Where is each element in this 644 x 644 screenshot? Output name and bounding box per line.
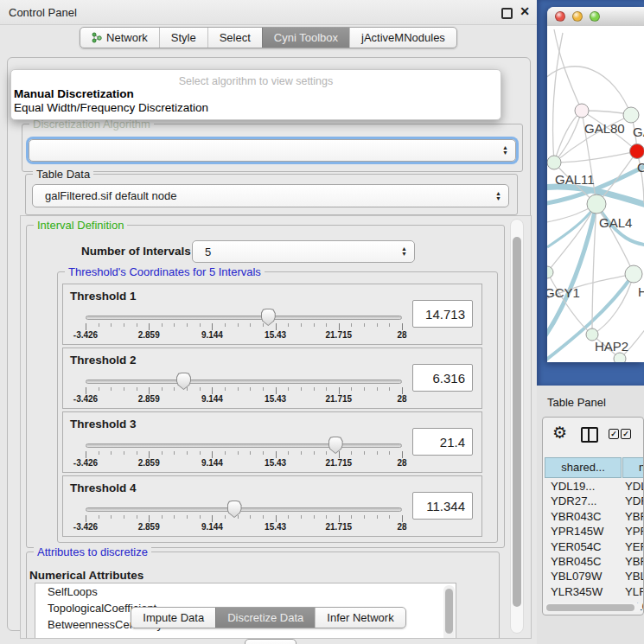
tab-network[interactable]: Network (80, 28, 159, 48)
network-node-gcy1[interactable] (547, 266, 553, 278)
algorithm-combo[interactable]: ▲▼ (29, 139, 516, 162)
scrollbar-thumb[interactable] (513, 237, 521, 607)
checkbox-icon[interactable]: ✓ (609, 429, 619, 439)
network-edge[interactable] (547, 204, 596, 341)
slider-track[interactable] (86, 379, 402, 384)
cell-name: YDR2 (625, 494, 644, 507)
cell-name: YER0 (625, 540, 644, 553)
threshold-value-field[interactable]: 21.4 (412, 428, 473, 456)
tab-impute-data[interactable]: Impute Data (131, 608, 215, 628)
slider-tick-labels: -3.4262.8599.14415.4321.71528 (86, 522, 402, 532)
column-header-shared-name[interactable]: shared... (545, 457, 622, 478)
slider-ticks (86, 387, 402, 394)
network-view-window: GAL80GACGAL11GAL4GCY1HHAP2 (547, 7, 644, 362)
algorithm-option-manual-discretization[interactable]: Manual Discretization (11, 87, 501, 101)
float-window-icon[interactable] (501, 8, 513, 19)
slider-track[interactable] (86, 507, 402, 512)
table-row[interactable]: YBR045CYBR0 (545, 555, 644, 570)
slider-ticks (86, 451, 402, 458)
threshold-value-field[interactable]: 14.713 (412, 300, 473, 328)
slider-track[interactable] (86, 316, 402, 320)
algorithm-dropdown-popup: Select algorithm to view settings Manual… (10, 69, 501, 120)
attribute-item-selfloops[interactable]: SelfLoops (35, 583, 456, 600)
node-label: GA (633, 124, 644, 139)
cell-shared-name: YDR27... (551, 494, 597, 507)
number-of-intervals-combo[interactable]: 5 ▲▼ (192, 240, 415, 263)
cell-shared-name: YBL079W (551, 570, 602, 583)
minimize-traffic-light-icon[interactable] (572, 11, 583, 22)
threshold-label: Threshold 4 (70, 481, 137, 494)
cell-shared-name: YER054C (551, 540, 602, 553)
slider-track[interactable] (86, 443, 402, 448)
node-label: GCY1 (547, 285, 580, 300)
table-row[interactable]: YDL19...YDL1 (545, 480, 644, 494)
slider-thumb[interactable] (176, 373, 191, 390)
table-row[interactable]: YBR043CYBR0 (545, 510, 644, 525)
group-title: Table Data (33, 168, 93, 181)
network-node-c[interactable] (630, 144, 644, 159)
node-label: HAP2 (595, 339, 628, 354)
network-node-gal4[interactable] (587, 194, 606, 214)
tab-infer-network[interactable]: Infer Network (315, 608, 405, 628)
table-row[interactable]: YPR145WYPR1 (545, 525, 644, 539)
table-row[interactable]: YLR345WYLR3 (545, 585, 644, 600)
algorithm-hint: Select algorithm to view settings (11, 75, 501, 87)
zoom-traffic-light-icon[interactable] (590, 11, 600, 22)
threshold-value-field[interactable]: 6.316 (412, 364, 473, 392)
network-window-titlebar[interactable] (547, 7, 644, 27)
split-view-icon[interactable] (581, 427, 598, 443)
checkbox-icon[interactable]: ✓ (621, 429, 631, 439)
network-node-gal80[interactable] (575, 104, 589, 118)
tab-style[interactable]: Style (159, 28, 207, 48)
tab-select[interactable]: Select (207, 28, 262, 48)
close-traffic-light-icon[interactable] (555, 11, 565, 22)
table-hscrollbar[interactable] (545, 603, 641, 612)
network-canvas[interactable]: GAL80GACGAL11GAL4GCY1HHAP2 (547, 26, 644, 362)
node-label: GAL11 (555, 172, 595, 187)
cell-shared-name: YDL19... (551, 480, 595, 493)
cell-name: YPR1 (625, 525, 644, 538)
column-header-name[interactable]: na (622, 457, 644, 478)
network-node-h[interactable] (625, 265, 642, 283)
tab-discretize-data[interactable]: Discretize Data (215, 608, 315, 628)
network-node[interactable] (614, 353, 626, 362)
gear-icon[interactable]: ⚙ (552, 423, 567, 443)
network-node-gal11[interactable] (547, 156, 561, 169)
table-row[interactable]: YDR27...YDR2 (545, 494, 644, 509)
combo-value: galFiltered.sif default node (45, 189, 176, 202)
algorithm-option-equal-width-frequency-discretization[interactable]: Equal Width/Frequency Discretization (11, 101, 501, 115)
table-data-combo[interactable]: galFiltered.sif default node ▲▼ (32, 184, 509, 207)
slider-tick-labels: -3.4262.8599.14415.4321.71528 (86, 394, 402, 405)
node-label: C (637, 160, 644, 175)
settings-scroll-area: Interval Definition Number of Intervals … (20, 215, 532, 639)
network-edge[interactable] (637, 151, 644, 203)
group-title: Attributes to discretize (34, 545, 151, 558)
slider-thumb[interactable] (261, 309, 276, 326)
slider-thumb[interactable] (227, 501, 242, 518)
node-table: ⚙ ✓ ✓ shared... na YDL19...YDL1YDR27...Y… (542, 417, 644, 615)
panel-scrollbar[interactable] (510, 219, 524, 634)
tab-cyni-toolbox[interactable]: Cyni Toolbox (262, 28, 349, 48)
threshold-panel-2: Threshold 2-3.4262.8599.14415.4321.71528… (62, 348, 482, 409)
threshold-value-field[interactable]: 11.344 (412, 492, 473, 520)
table-panel-title: Table Panel (547, 396, 606, 409)
table-row[interactable]: YER054CYER0 (545, 540, 644, 555)
close-icon[interactable]: ✕ (520, 4, 530, 18)
network-edge[interactable] (554, 111, 582, 163)
apply-button[interactable]: Apply (245, 639, 296, 644)
threshold-panel-4: Threshold 4-3.4262.8599.14415.4321.71528… (62, 475, 482, 537)
tab-jactivemnodules[interactable]: jActiveMNodules (349, 28, 456, 48)
network-node-ga[interactable] (623, 107, 639, 123)
cell-shared-name: YPR145W (551, 525, 604, 538)
scrollbar-thumb[interactable] (546, 604, 634, 611)
network-edge[interactable] (547, 67, 631, 115)
algorithm-options: Manual DiscretizationEqual Width/Frequen… (11, 87, 501, 115)
tab-label: Network (106, 28, 148, 48)
slider-thumb[interactable] (328, 437, 343, 454)
cell-name: YBR0 (625, 510, 644, 523)
threshold-label: Threshold 3 (70, 418, 137, 430)
network-edge[interactable] (554, 111, 582, 163)
network-graph: GAL80GACGAL11GAL4GCY1HHAP2 (547, 26, 644, 362)
table-row[interactable]: YBL079WYBL0 (545, 570, 644, 584)
cell-name: YBL0 (625, 570, 644, 583)
